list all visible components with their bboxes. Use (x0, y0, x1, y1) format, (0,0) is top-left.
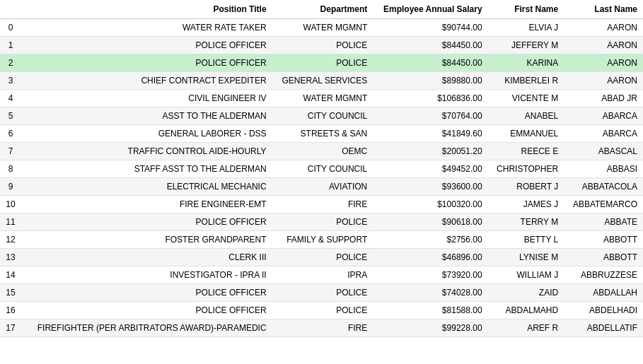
cell-position: FOSTER GRANDPARENT (21, 231, 272, 249)
cell-index: 16 (0, 302, 21, 319)
table-header-row: Position Title Department Employee Annua… (0, 0, 643, 19)
cell-salary: $2756.00 (373, 231, 487, 249)
cell-position: CLERK III (21, 249, 272, 266)
cell-position: CHIEF CONTRACT EXPEDITER (21, 72, 272, 90)
cell-firstname: JAMES J (488, 196, 564, 213)
table-row: 3CHIEF CONTRACT EXPEDITERGENERAL SERVICE… (0, 72, 643, 90)
table-row: 15POLICE OFFICERPOLICE$74028.00ZAIDABDAL… (0, 284, 643, 302)
cell-salary: $100320.00 (373, 196, 487, 213)
cell-lastname: ABDELLATIF (564, 319, 643, 337)
cell-firstname: TERRY M (488, 213, 564, 231)
cell-department: WATER MGMNT (272, 90, 373, 107)
cell-lastname: ABBATACOLA (564, 178, 643, 196)
cell-index: 4 (0, 90, 21, 107)
cell-position: STAFF ASST TO THE ALDERMAN (21, 160, 272, 178)
cell-lastname: ABDELHADI (564, 302, 643, 319)
cell-position: FIREFIGHTER (PER ARBITRATORS AWARD)-PARA… (21, 319, 272, 337)
cell-index: 2 (0, 54, 21, 72)
cell-salary: $70764.00 (373, 107, 487, 125)
cell-lastname: ABASCAL (564, 143, 643, 160)
cell-lastname: ABARCA (564, 107, 643, 125)
cell-department: FAMILY & SUPPORT (272, 231, 373, 249)
cell-salary: $74028.00 (373, 284, 487, 302)
cell-position: INVESTIGATOR - IPRA II (21, 266, 272, 284)
cell-lastname: ABARCA (564, 125, 643, 143)
cell-index: 10 (0, 196, 21, 213)
cell-firstname: ANABEL (488, 107, 564, 125)
cell-position: POLICE OFFICER (21, 213, 272, 231)
cell-index: 9 (0, 178, 21, 196)
cell-department: POLICE (272, 249, 373, 266)
cell-lastname: ABBRUZZESE (564, 266, 643, 284)
cell-index: 17 (0, 319, 21, 337)
cell-department: POLICE (272, 37, 373, 54)
cell-index: 15 (0, 284, 21, 302)
cell-firstname: EMMANUEL (488, 125, 564, 143)
cell-position: GENERAL LABORER - DSS (21, 125, 272, 143)
cell-firstname: ROBERT J (488, 178, 564, 196)
cell-department: POLICE (272, 213, 373, 231)
cell-lastname: ABBOTT (564, 231, 643, 249)
cell-lastname: ABDALLAH (564, 284, 643, 302)
cell-position: POLICE OFFICER (21, 302, 272, 319)
cell-department: IPRA (272, 266, 373, 284)
col-header-salary: Employee Annual Salary (373, 0, 487, 19)
cell-index: 13 (0, 249, 21, 266)
table-row: 8STAFF ASST TO THE ALDERMANCITY COUNCIL$… (0, 160, 643, 178)
table-row: 1POLICE OFFICERPOLICE$84450.00JEFFERY MA… (0, 37, 643, 54)
cell-firstname: JEFFERY M (488, 37, 564, 54)
table-row: 2POLICE OFFICERPOLICE$84450.00KARINAAARO… (0, 54, 643, 72)
cell-firstname: REECE E (488, 143, 564, 160)
cell-position: FIRE ENGINEER-EMT (21, 196, 272, 213)
cell-firstname: ELVIA J (488, 19, 564, 37)
cell-position: TRAFFIC CONTROL AIDE-HOURLY (21, 143, 272, 160)
cell-position: ELECTRICAL MECHANIC (21, 178, 272, 196)
table-row: 13CLERK IIIPOLICE$46896.00LYNISE MABBOTT (0, 249, 643, 266)
cell-lastname: ABBOTT (564, 249, 643, 266)
table-row: 9ELECTRICAL MECHANICAVIATION$93600.00ROB… (0, 178, 643, 196)
table-row: 11POLICE OFFICERPOLICE$90618.00TERRY MAB… (0, 213, 643, 231)
cell-index: 1 (0, 37, 21, 54)
cell-department: AVIATION (272, 178, 373, 196)
cell-index: 0 (0, 19, 21, 37)
cell-salary: $41849.60 (373, 125, 487, 143)
cell-firstname: KIMBERLEI R (488, 72, 564, 90)
cell-lastname: AARON (564, 19, 643, 37)
cell-lastname: ABAD JR (564, 90, 643, 107)
table-row: 7TRAFFIC CONTROL AIDE-HOURLYOEMC$20051.2… (0, 143, 643, 160)
cell-salary: $73920.00 (373, 266, 487, 284)
cell-index: 5 (0, 107, 21, 125)
cell-lastname: AARON (564, 37, 643, 54)
cell-firstname: KARINA (488, 54, 564, 72)
cell-firstname: WILLIAM J (488, 266, 564, 284)
cell-salary: $20051.20 (373, 143, 487, 160)
cell-department: GENERAL SERVICES (272, 72, 373, 90)
cell-salary: $90618.00 (373, 213, 487, 231)
cell-index: 8 (0, 160, 21, 178)
cell-firstname: ABDALMAHD (488, 302, 564, 319)
cell-index: 7 (0, 143, 21, 160)
cell-department: POLICE (272, 54, 373, 72)
col-header-firstname: First Name (488, 0, 564, 19)
cell-department: CITY COUNCIL (272, 107, 373, 125)
cell-firstname: VICENTE M (488, 90, 564, 107)
cell-position: ASST TO THE ALDERMAN (21, 107, 272, 125)
cell-department: WATER MGMNT (272, 19, 373, 37)
table-row: 10FIRE ENGINEER-EMTFIRE$100320.00JAMES J… (0, 196, 643, 213)
cell-lastname: ABBASI (564, 160, 643, 178)
cell-lastname: AARON (564, 72, 643, 90)
table-row: 5ASST TO THE ALDERMANCITY COUNCIL$70764.… (0, 107, 643, 125)
cell-index: 14 (0, 266, 21, 284)
employee-table: Position Title Department Employee Annua… (0, 0, 643, 337)
table-row: 6GENERAL LABORER - DSSSTREETS & SAN$4184… (0, 125, 643, 143)
cell-index: 6 (0, 125, 21, 143)
cell-position: POLICE OFFICER (21, 54, 272, 72)
cell-firstname: LYNISE M (488, 249, 564, 266)
col-header-index (0, 0, 21, 19)
table-row: 16POLICE OFFICERPOLICE$81588.00ABDALMAHD… (0, 302, 643, 319)
cell-department: POLICE (272, 302, 373, 319)
cell-salary: $90744.00 (373, 19, 487, 37)
cell-salary: $46896.00 (373, 249, 487, 266)
cell-salary: $99228.00 (373, 319, 487, 337)
cell-department: FIRE (272, 319, 373, 337)
